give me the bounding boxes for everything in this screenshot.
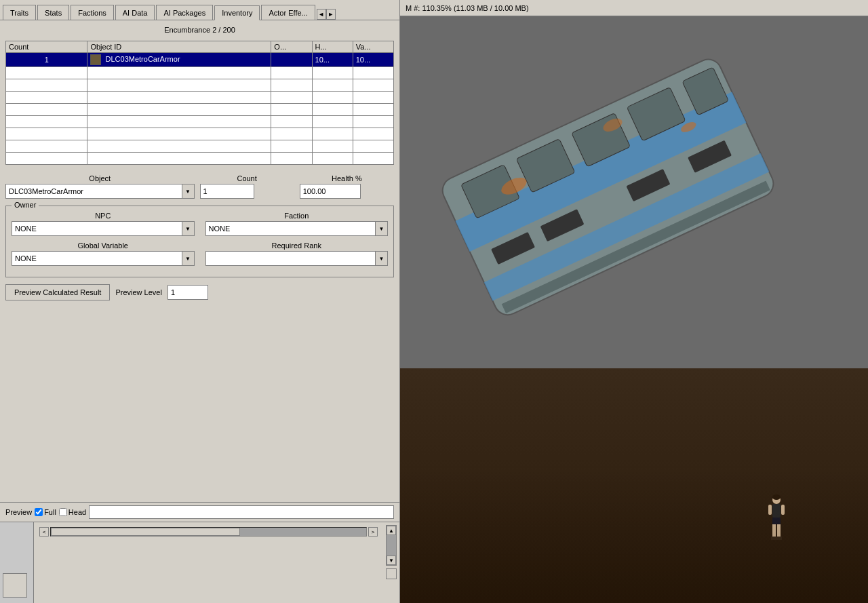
- vert-scroll-track[interactable]: [387, 535, 396, 556]
- col-va[interactable]: Va...: [353, 41, 393, 53]
- table-row[interactable]: [6, 92, 394, 104]
- tab-nav-right[interactable]: ►: [326, 9, 336, 20]
- global-variable-label: Global Variable: [78, 241, 128, 250]
- faction-dropdown-btn[interactable]: ▼: [375, 222, 387, 235]
- cell-object-id: DLC03MetroCarArmor: [87, 53, 271, 67]
- bottom-right: ▲ ▼: [383, 522, 399, 603]
- tab-ai-packages[interactable]: AI Packages: [156, 5, 213, 20]
- health-label: Health %: [300, 174, 394, 182]
- inventory-table: Count Object ID O... H... Va... 1 DLC03M…: [5, 41, 394, 165]
- scroll-corner: [386, 568, 397, 579]
- owner-legend: Owner: [12, 201, 39, 209]
- horizontal-scrollbar: < >: [37, 525, 380, 539]
- npc-dropdown-btn[interactable]: ▼: [182, 222, 194, 235]
- tab-factions[interactable]: Factions: [71, 5, 114, 20]
- table-row[interactable]: [6, 79, 394, 92]
- metro-car-model: [427, 57, 800, 342]
- scroll-down-btn[interactable]: ▼: [387, 556, 396, 565]
- faction-dropdown[interactable]: ▼: [205, 221, 389, 236]
- encumbrance-label: Encumbrance 2 / 200: [5, 26, 394, 34]
- object-dropdown-btn[interactable]: ▼: [182, 184, 194, 198]
- head-checkbox[interactable]: [59, 508, 67, 516]
- corner-inner: [3, 573, 27, 598]
- object-dropdown[interactable]: ▼: [5, 184, 195, 199]
- memory-label: M #: 110.35% (11.03 MB / 10.00 MB): [406, 4, 529, 12]
- ground-overlay: [400, 467, 868, 603]
- scroll-right-btn[interactable]: >: [368, 527, 378, 537]
- preview-calculated-result-button[interactable]: Preview Calculated Result: [5, 284, 110, 300]
- tab-stats[interactable]: Stats: [37, 5, 69, 20]
- scroll-thumb: [51, 528, 240, 536]
- head-label: Head: [68, 508, 86, 516]
- scroll-left-btn[interactable]: <: [39, 527, 49, 537]
- required-rank-dropdown[interactable]: ▼: [205, 251, 389, 266]
- table-row[interactable]: [6, 140, 394, 153]
- memory-bar: M #: 110.35% (11.03 MB / 10.00 MB): [400, 0, 868, 16]
- cell-h: 10...: [312, 53, 353, 67]
- count-label: Count: [200, 174, 294, 182]
- corner-box: [0, 522, 34, 603]
- col-h[interactable]: H...: [312, 41, 353, 53]
- item-icon: [90, 54, 101, 65]
- tab-ai-data[interactable]: AI Data: [115, 5, 155, 20]
- preview-checkbox-row: Preview Full Head: [0, 502, 399, 522]
- col-object-id[interactable]: Object ID: [87, 41, 271, 53]
- scroll-up-btn[interactable]: ▲: [387, 526, 396, 535]
- global-variable-dropdown[interactable]: ▼: [12, 251, 195, 266]
- full-checkbox[interactable]: [35, 508, 43, 516]
- tab-inventory[interactable]: Inventory: [214, 5, 260, 20]
- npc-label: NPC: [95, 212, 111, 220]
- required-rank-dropdown-btn[interactable]: ▼: [375, 252, 387, 265]
- required-rank-label: Required Rank: [272, 241, 321, 250]
- col-count[interactable]: Count: [6, 41, 87, 53]
- object-label: Object: [5, 174, 195, 182]
- full-label: Full: [44, 508, 56, 516]
- faction-input[interactable]: [206, 223, 376, 234]
- health-input[interactable]: [300, 184, 361, 199]
- npc-dropdown[interactable]: ▼: [12, 221, 195, 236]
- count-input[interactable]: [200, 184, 254, 199]
- table-row[interactable]: [6, 128, 394, 140]
- preview-text: Preview: [5, 508, 32, 516]
- preview-text-input[interactable]: [89, 505, 394, 519]
- col-o[interactable]: O...: [271, 41, 312, 53]
- table-row[interactable]: [6, 67, 394, 79]
- table-row[interactable]: 1 DLC03MetroCarArmor 10... 10...: [6, 53, 394, 67]
- tab-actor-effe[interactable]: Actor Effe...: [261, 5, 315, 20]
- required-rank-input[interactable]: [206, 253, 376, 264]
- head-checkbox-label[interactable]: Head: [59, 508, 86, 516]
- scene-background: [400, 16, 868, 603]
- preview-level-input[interactable]: [167, 285, 208, 300]
- owner-group: Owner NPC ▼ Faction ▼: [5, 206, 394, 277]
- full-checkbox-label[interactable]: Full: [35, 508, 56, 516]
- preview-image-area: [400, 16, 868, 603]
- preview-level-label: Preview Level: [115, 288, 161, 296]
- npc-input[interactable]: [12, 223, 182, 234]
- cell-v: 10...: [353, 53, 393, 67]
- vertical-scrollbar: ▲ ▼: [386, 525, 397, 566]
- global-variable-input[interactable]: [12, 253, 182, 264]
- tab-nav-left[interactable]: ◄: [317, 9, 326, 20]
- scroll-track[interactable]: [50, 527, 367, 537]
- object-input[interactable]: [6, 186, 182, 197]
- table-row[interactable]: [6, 116, 394, 128]
- cell-o: [271, 53, 312, 67]
- faction-label: Faction: [284, 212, 309, 220]
- global-variable-dropdown-btn[interactable]: ▼: [182, 252, 194, 265]
- table-row[interactable]: [6, 104, 394, 116]
- cell-count: 1: [6, 53, 87, 67]
- tab-traits[interactable]: Traits: [3, 5, 36, 20]
- table-row[interactable]: [6, 153, 394, 165]
